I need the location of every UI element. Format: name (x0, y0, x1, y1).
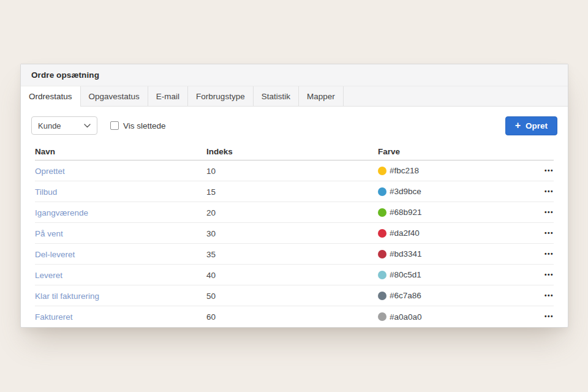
tab-ordrestatus[interactable]: Ordrestatus (21, 86, 81, 107)
row-menu-button[interactable]: ••• (542, 249, 554, 260)
tab-label: Ordrestatus (29, 92, 72, 101)
create-button[interactable]: + Opret (505, 116, 557, 135)
status-table: Navn Indeks Farve Oprettet 10 #fbc218 ••… (21, 143, 568, 327)
color-dot (378, 312, 386, 321)
toolbar: Kunde Vis slettede + Opret (21, 107, 568, 143)
color-hex-value: #68b921 (390, 208, 422, 217)
table-row: Del-leveret 35 #bd3341 ••• (35, 244, 554, 265)
panel-header: Ordre opsætning (21, 64, 568, 86)
table-header-row: Navn Indeks Farve (35, 143, 554, 160)
column-header-navn: Navn (35, 147, 206, 156)
index-value: 20 (206, 208, 216, 217)
index-value: 30 (206, 229, 216, 238)
color-dot (378, 208, 386, 217)
status-name-link[interactable]: Klar til fakturering (35, 292, 99, 301)
table-row: Oprettet 10 #fbc218 ••• (35, 160, 554, 181)
table-row: Igangværende 20 #68b921 ••• (35, 202, 554, 223)
color-dot (378, 167, 386, 175)
color-dot (378, 229, 386, 238)
table-row: Klar til fakturering 50 #6c7a86 ••• (35, 285, 554, 306)
chevron-down-icon (84, 124, 91, 128)
tab-mapper[interactable]: Mapper (299, 86, 344, 106)
index-value: 35 (206, 250, 216, 259)
row-menu-button[interactable]: ••• (542, 311, 554, 322)
status-name-link[interactable]: Del-leveret (35, 250, 75, 259)
table-row: På vent 30 #da2f40 ••• (35, 223, 554, 244)
color-hex-value: #da2f40 (390, 228, 420, 238)
tab-label: Forbrugstype (196, 92, 245, 101)
color-dot (378, 271, 386, 279)
status-name-link[interactable]: Igangværende (35, 208, 88, 217)
row-menu-button[interactable]: ••• (542, 186, 554, 197)
index-value: 15 (206, 187, 216, 197)
tab-statistik[interactable]: Statistik (254, 86, 299, 106)
show-deleted-checkbox[interactable]: Vis slettede (110, 121, 166, 130)
filter-select[interactable]: Kunde (31, 116, 97, 135)
status-name-link[interactable]: Oprettet (35, 167, 65, 176)
tab-label: Mapper (307, 92, 335, 101)
plus-icon: + (515, 121, 521, 130)
color-dot (378, 250, 386, 258)
tab-label: Statistik (262, 92, 290, 101)
column-header-farve: Farve (378, 147, 530, 156)
page-title: Ordre opsætning (31, 70, 99, 80)
color-hex-value: #3d9bce (390, 187, 421, 196)
table-row: Faktureret 60 #a0a0a0 ••• (35, 306, 554, 327)
tab-label: Opgavestatus (89, 92, 140, 101)
create-button-label: Opret (526, 121, 548, 130)
status-name-link[interactable]: Faktureret (35, 312, 73, 322)
table-row: Leveret 40 #80c5d1 ••• (35, 265, 554, 285)
row-menu-button[interactable]: ••• (542, 270, 554, 281)
color-hex-value: #6c7a86 (390, 291, 421, 300)
filter-select-value: Kunde (38, 121, 61, 130)
table-row: Tilbud 15 #3d9bce ••• (35, 181, 554, 202)
row-menu-button[interactable]: ••• (542, 228, 554, 239)
color-dot (378, 187, 386, 196)
status-name-link[interactable]: Tilbud (35, 187, 57, 197)
tab-bar: Ordrestatus Opgavestatus E-mail Forbrugs… (21, 86, 568, 107)
color-dot (378, 292, 386, 300)
checkbox-label: Vis slettede (123, 121, 166, 130)
index-value: 60 (206, 312, 216, 322)
column-header-indeks: Indeks (206, 147, 378, 156)
tab-forbrugstype[interactable]: Forbrugstype (188, 86, 254, 106)
order-setup-panel: Ordre opsætning Ordrestatus Opgavestatus… (20, 64, 568, 328)
index-value: 40 (206, 271, 216, 280)
table-body: Oprettet 10 #fbc218 ••• Tilbud 15 #3d9bc… (35, 160, 554, 327)
color-hex-value: #80c5d1 (390, 270, 421, 279)
color-hex-value: #bd3341 (390, 249, 422, 258)
status-name-link[interactable]: Leveret (35, 271, 62, 280)
index-value: 10 (206, 167, 216, 176)
row-menu-button[interactable]: ••• (542, 207, 554, 218)
checkbox-box[interactable] (110, 121, 119, 130)
tab-opgavestatus[interactable]: Opgavestatus (81, 86, 148, 106)
tab-label: E-mail (156, 92, 179, 101)
row-menu-button[interactable]: ••• (542, 165, 554, 176)
status-name-link[interactable]: På vent (35, 229, 63, 238)
index-value: 50 (206, 292, 216, 301)
color-hex-value: #fbc218 (390, 166, 419, 175)
row-menu-button[interactable]: ••• (542, 290, 554, 301)
color-hex-value: #a0a0a0 (390, 312, 422, 322)
page-background: Ordre opsætning Ordrestatus Opgavestatus… (0, 0, 588, 392)
tab-e-mail[interactable]: E-mail (148, 86, 188, 106)
